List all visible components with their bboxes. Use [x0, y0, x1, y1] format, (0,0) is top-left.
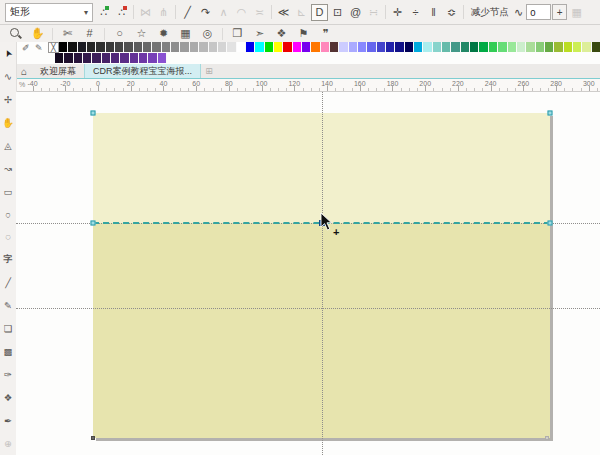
palette-swatch[interactable] — [283, 42, 292, 52]
palette-swatch[interactable] — [265, 42, 274, 52]
palette-swatch[interactable] — [508, 42, 517, 52]
palette-swatch[interactable] — [423, 42, 432, 52]
close-curve-button[interactable]: D — [311, 4, 328, 21]
palette-swatch[interactable] — [592, 42, 600, 52]
freehand-tool[interactable]: ∿ — [0, 65, 16, 88]
reflect-nodes-vertical-button[interactable]: ‖ — [425, 4, 442, 21]
palette-swatch[interactable] — [255, 42, 264, 52]
node-handle[interactable] — [91, 111, 96, 116]
line-tool[interactable]: ╱ — [0, 271, 16, 294]
shape-tool[interactable]: ✢ — [0, 88, 16, 111]
palette-swatch[interactable] — [386, 42, 395, 52]
palette-swatch[interactable] — [339, 42, 348, 52]
palette-swatch[interactable] — [554, 42, 563, 52]
pick-tool[interactable]: ➤ — [0, 42, 16, 65]
palette-swatch[interactable] — [517, 42, 526, 52]
curve-tool[interactable]: ↝ — [0, 157, 16, 180]
palette-swatch[interactable] — [139, 53, 148, 63]
snap-grid-icon[interactable]: # — [82, 26, 97, 41]
node-handle[interactable] — [545, 436, 549, 440]
palette-swatch[interactable] — [130, 53, 139, 63]
palette-swatch[interactable] — [102, 53, 111, 63]
document-tab-1[interactable]: 欢迎屏幕 — [32, 64, 84, 78]
palette-swatch[interactable] — [190, 42, 199, 52]
document-tab-2[interactable]: CDR案例教程宝宝海报... — [84, 64, 201, 78]
convert-to-curve-button[interactable]: ↷ — [197, 4, 214, 21]
palette-swatch[interactable] — [143, 42, 152, 52]
palette-swatch[interactable] — [55, 53, 64, 63]
palette-swatch[interactable] — [68, 42, 77, 52]
outline-pen-tool[interactable]: ✒ — [0, 409, 16, 432]
complex-star-tool-icon[interactable]: ✹ — [156, 26, 171, 41]
pan-tool-icon[interactable]: ✋ — [30, 26, 45, 41]
palette-swatch[interactable] — [414, 42, 423, 52]
star-tool-icon[interactable]: ☆ — [134, 26, 149, 41]
polygon-tool[interactable]: ◌ — [0, 226, 16, 249]
palette-swatch[interactable] — [470, 42, 479, 52]
reduce-nodes-button[interactable]: 减少节点 — [467, 6, 513, 19]
palette-swatch[interactable] — [152, 42, 161, 52]
palette-swatch[interactable] — [461, 42, 470, 52]
node-handle[interactable] — [548, 221, 553, 226]
palette-swatch[interactable] — [349, 42, 358, 52]
curve-smoothness-input[interactable]: 0 — [526, 4, 551, 20]
flowchart-shapes-icon[interactable]: ❖ — [274, 26, 289, 41]
palette-swatch[interactable] — [274, 42, 283, 52]
palette-swatch[interactable] — [564, 42, 573, 52]
palette-swatch[interactable] — [171, 42, 180, 52]
reverse-direction-button[interactable]: ≪ — [275, 4, 292, 21]
add-nodes-button[interactable]: ∴ — [95, 4, 112, 21]
palette-swatch[interactable] — [405, 42, 414, 52]
palette-swatch[interactable] — [302, 42, 311, 52]
palette-swatch[interactable] — [209, 42, 218, 52]
node-handle[interactable] — [548, 111, 553, 116]
palette-swatch[interactable] — [199, 42, 208, 52]
curve-smoothness[interactable]: ∿0+ — [514, 4, 567, 20]
drawing-canvas[interactable]: + — [16, 92, 600, 455]
palette-swatch[interactable] — [96, 42, 105, 52]
ellipse-tool[interactable]: ○ — [0, 203, 16, 226]
palette-swatch[interactable] — [59, 42, 68, 52]
palette-swatch[interactable] — [162, 42, 171, 52]
palette-swatch[interactable] — [395, 42, 404, 52]
callout-shapes-icon[interactable]: ❞ — [318, 26, 333, 41]
palette-swatch[interactable] — [311, 42, 320, 52]
extract-subpath-button[interactable]: ⊡ — [329, 4, 346, 21]
distribute-vertical-button[interactable]: ÷ — [407, 4, 424, 21]
basic-shapes-icon[interactable]: ❒ — [230, 26, 245, 41]
crop-tool[interactable]: ◬ — [0, 134, 16, 157]
palette-swatch[interactable] — [74, 53, 83, 63]
palette-swatch[interactable] — [83, 53, 92, 63]
pan-tool[interactable]: ✋ — [0, 111, 16, 134]
palette-swatch[interactable] — [111, 53, 120, 63]
guideline-vertical[interactable] — [322, 92, 323, 455]
palette-swatch[interactable] — [158, 53, 167, 63]
align-horizontal-button[interactable]: ✛ — [389, 4, 406, 21]
rectangle-tool[interactable]: ▭ — [0, 180, 16, 203]
eyedropper-tool[interactable]: ✑ — [0, 363, 16, 386]
interactive-fill-tool[interactable]: ❏ — [0, 317, 16, 340]
palette-swatch[interactable] — [218, 42, 227, 52]
convert-to-line-button[interactable]: ╱ — [179, 4, 196, 21]
palette-swatch[interactable] — [479, 42, 488, 52]
palette-swatch[interactable] — [106, 42, 115, 52]
smart-fill-tool[interactable]: ❖ — [0, 386, 16, 409]
palette-swatch[interactable] — [330, 42, 339, 52]
palette-swatch[interactable] — [148, 53, 157, 63]
palette-swatch[interactable] — [573, 42, 582, 52]
palette-swatch[interactable] — [124, 42, 133, 52]
guideline-horizontal-2[interactable] — [16, 308, 600, 309]
palette-swatch[interactable] — [134, 42, 143, 52]
palette-swatch[interactable] — [246, 42, 255, 52]
palette-swatch[interactable] — [498, 42, 507, 52]
palette-swatch[interactable] — [64, 53, 73, 63]
palette-swatch[interactable] — [451, 42, 460, 52]
palette-swatch[interactable] — [78, 42, 87, 52]
palette-swatch[interactable] — [92, 53, 101, 63]
palette-swatch[interactable] — [293, 42, 302, 52]
home-icon[interactable]: ⌂ — [16, 64, 32, 78]
tab-overflow-icon[interactable]: ⊞ — [201, 64, 217, 78]
palette-swatch[interactable] — [377, 42, 386, 52]
palette-swatch[interactable] — [227, 42, 236, 52]
bezier-tool[interactable]: ✎ — [0, 294, 16, 317]
